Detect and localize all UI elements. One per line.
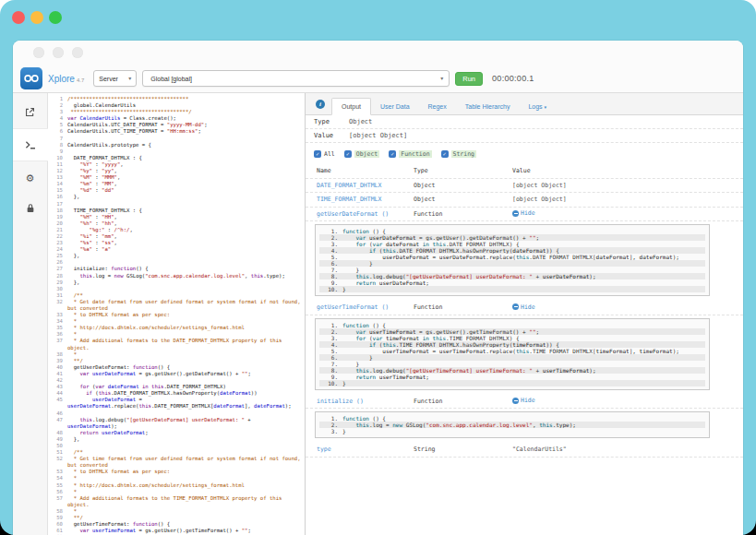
info-icon[interactable]: i bbox=[316, 100, 325, 109]
line-number: 15 bbox=[48, 187, 67, 194]
line-number: 4 bbox=[48, 115, 67, 122]
console-icon bbox=[25, 137, 36, 153]
line-number: 12 bbox=[48, 168, 67, 174]
editor-line: 24 "%a" : "a" bbox=[48, 246, 305, 253]
hide-toggle-link[interactable]: Hide bbox=[512, 303, 535, 311]
editor-line: 55 * http://docs.dhtmlx.com/scheduler/se… bbox=[48, 482, 305, 489]
source-line-number: 2. bbox=[319, 422, 342, 428]
hide-toggle-link[interactable]: Hide bbox=[512, 209, 535, 217]
source-line-number: 10. bbox=[319, 380, 342, 386]
hide-label: Hide bbox=[521, 397, 535, 404]
name-column-header: Name bbox=[306, 167, 414, 174]
line-number: 37 bbox=[48, 338, 67, 351]
source-line: 2. var userDateFormat = gs.getUser().get… bbox=[319, 234, 705, 241]
line-number: 25 bbox=[48, 253, 67, 259]
editor-line: 46 bbox=[48, 410, 305, 417]
checkbox-string[interactable]: ✓ bbox=[441, 150, 449, 158]
source-line: 9. return userDateFormat; bbox=[319, 279, 705, 286]
main-area: ⚙ 1/************************************… bbox=[13, 93, 743, 535]
lock-icon bbox=[26, 200, 35, 217]
line-number: 20 bbox=[48, 220, 67, 227]
editor-line: 7 bbox=[48, 136, 305, 142]
function-source-block: 1.function () {2. var userDateFormat = g… bbox=[315, 224, 710, 296]
tab-output[interactable]: Output bbox=[331, 98, 371, 115]
property-name-link[interactable]: initialize () bbox=[306, 398, 414, 405]
editor-line: 6CalendarUtils.UTC_TIME_FORMAT = "HH:mm:… bbox=[48, 128, 305, 135]
line-number: 8 bbox=[48, 142, 67, 149]
source-line: 7. } bbox=[319, 267, 705, 273]
source-line-number: 6. bbox=[319, 354, 342, 361]
zoom-window-button[interactable] bbox=[49, 11, 62, 24]
editor-line: 25 }, bbox=[48, 253, 305, 259]
source-line: 6. } bbox=[319, 354, 705, 361]
minimize-window-button[interactable] bbox=[30, 11, 43, 24]
source-line-number: 4. bbox=[319, 247, 342, 254]
sidebar-item-console[interactable] bbox=[13, 128, 48, 161]
line-number: 1 bbox=[48, 96, 67, 102]
editor-line: 50 bbox=[48, 443, 305, 449]
property-name-link[interactable]: TIME_FORMAT_DHTMLX bbox=[306, 196, 414, 203]
property-name-link[interactable]: getUserDateFormat () bbox=[306, 210, 414, 218]
filter-string[interactable]: ✓String bbox=[441, 150, 476, 158]
server-select[interactable]: Server ▾ bbox=[93, 70, 137, 87]
editor-line: 19 "%H" : "HH", bbox=[48, 214, 305, 220]
run-button[interactable]: Run bbox=[455, 72, 483, 86]
filter-label: String bbox=[451, 150, 476, 158]
property-type: String bbox=[414, 446, 512, 453]
property-value: Hide bbox=[512, 397, 743, 406]
xplore-logo-icon bbox=[20, 67, 42, 89]
filter-function[interactable]: ✓Function bbox=[389, 150, 431, 158]
property-name-link[interactable]: type bbox=[306, 446, 414, 453]
line-number: 44 bbox=[48, 390, 67, 397]
source-line: 10.} bbox=[319, 286, 705, 292]
toolbar: Xplore4.7 Server ▾ Global [global] ▾ Run… bbox=[13, 65, 743, 93]
browser-frame: Xplore4.7 Server ▾ Global [global] ▾ Run… bbox=[0, 0, 756, 535]
checkbox-object[interactable]: ✓ bbox=[344, 150, 352, 158]
type-column-header: Type bbox=[414, 167, 512, 174]
line-number: 11 bbox=[48, 161, 67, 168]
source-line-number: 7. bbox=[319, 361, 342, 367]
sidebar-item-open-new-window[interactable] bbox=[13, 97, 47, 128]
line-number: 22 bbox=[48, 233, 67, 240]
tab-table-hierarchy[interactable]: Table Hierarchy bbox=[456, 99, 520, 114]
source-line-number: 3. bbox=[319, 335, 342, 341]
code-editor[interactable]: 1/**************************************… bbox=[48, 93, 305, 535]
property-value: [object Object] bbox=[512, 196, 743, 203]
property-value: Hide bbox=[512, 303, 743, 313]
scope-select-value: Global [global] bbox=[150, 76, 192, 82]
sidebar-item-lock[interactable] bbox=[13, 193, 47, 224]
line-number: 38 bbox=[48, 351, 67, 358]
line-number: 33 bbox=[48, 312, 67, 318]
close-window-button[interactable] bbox=[12, 11, 25, 24]
tab-user-data[interactable]: User Data bbox=[371, 99, 419, 114]
filter-all[interactable]: ✓All bbox=[314, 150, 335, 158]
source-line: 3. for (var timeFormat in this.TIME_FORM… bbox=[319, 335, 705, 341]
property-type: Object bbox=[414, 196, 512, 203]
source-line: 2. var userTimeFormat = gs.getUser().get… bbox=[319, 328, 705, 335]
editor-line: 15 "%d" : "dd" bbox=[48, 187, 305, 194]
editor-line: 27 initialize: function() { bbox=[48, 266, 305, 272]
filter-label: All bbox=[324, 150, 335, 158]
filter-object[interactable]: ✓Object bbox=[344, 150, 379, 158]
collapse-minus-icon bbox=[512, 398, 519, 404]
value-column-header: Value bbox=[512, 167, 743, 174]
editor-line: 38 * bbox=[48, 351, 305, 358]
tab-logs[interactable]: Logs▾ bbox=[519, 99, 556, 114]
editor-line: 29 }, bbox=[48, 279, 305, 286]
source-line-number: 2. bbox=[319, 234, 342, 241]
property-name-link[interactable]: DATE_FORMAT_DHTMLX bbox=[306, 182, 414, 189]
property-name-link[interactable]: getUserTimeFormat () bbox=[306, 303, 414, 311]
result-type-label: Type bbox=[314, 118, 349, 125]
checkbox-all[interactable]: ✓ bbox=[314, 150, 321, 158]
editor-line: 2 global.CalendarUtils bbox=[48, 102, 305, 109]
scope-select[interactable]: Global [global] ▾ bbox=[142, 70, 450, 87]
inner-window-chrome bbox=[13, 41, 743, 65]
editor-line: 53 * to DHTMLX format as per spec: bbox=[48, 469, 305, 475]
property-value: "CalendarUtils" bbox=[512, 446, 743, 453]
hide-toggle-link[interactable]: Hide bbox=[512, 397, 535, 404]
line-number: 5 bbox=[48, 122, 67, 128]
sidebar-item-settings-gear[interactable]: ⚙ bbox=[13, 161, 47, 193]
tab-regex[interactable]: Regex bbox=[419, 99, 456, 114]
line-number: 57 bbox=[48, 495, 67, 508]
checkbox-function[interactable]: ✓ bbox=[389, 150, 396, 158]
